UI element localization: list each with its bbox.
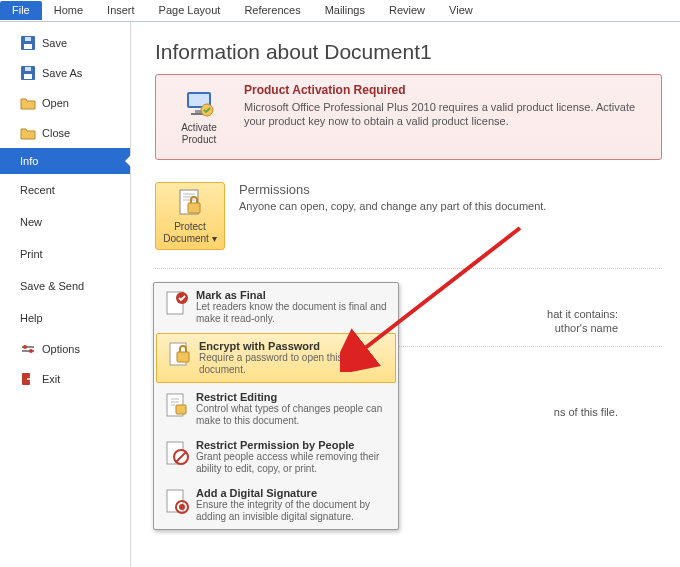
svg-point-8 [23,345,27,349]
activate-product-label: Activate Product [169,122,229,146]
chevron-down-icon: ▾ [209,233,217,244]
svg-rect-23 [176,405,186,414]
dropdown-title: Encrypt with Password [199,340,387,352]
dropdown-title: Restrict Editing [196,391,390,403]
svg-rect-5 [25,67,31,71]
menu-help[interactable]: Help [0,302,130,334]
exit-icon [20,371,36,387]
dropdown-encrypt-with-password[interactable]: Encrypt with PasswordRequire a password … [156,333,396,383]
activate-product-button[interactable]: Activate Product [164,83,234,151]
dropdown-desc: Ensure the integrity of the document by … [196,499,390,523]
activation-heading: Product Activation Required [244,83,653,97]
menu-exit[interactable]: Exit [0,364,130,394]
permissions-body: Anyone can open, copy, and change any pa… [239,199,662,213]
tab-mailings[interactable]: Mailings [313,1,377,20]
folder-close-icon [20,125,36,141]
lock-document-icon [174,187,206,219]
tab-view[interactable]: View [437,1,485,20]
menu-close-label: Close [42,127,70,139]
protect-document-label: Protect Document ▾ [160,221,220,245]
dropdown-desc: Let readers know the document is final a… [196,301,390,325]
tab-insert[interactable]: Insert [95,1,147,20]
monitor-icon [183,88,215,120]
menu-open[interactable]: Open [0,88,130,118]
dropdown-desc: Grant people access while removing their… [196,451,390,475]
final-icon [162,289,190,317]
dropdown-desc: Require a password to open this document… [199,352,387,376]
dropdown-title: Mark as Final [196,289,390,301]
permissions-heading: Permissions [239,182,662,197]
svg-rect-2 [25,37,31,41]
svg-rect-17 [188,203,200,213]
menu-save-as-label: Save As [42,67,82,79]
dropdown-digital-signature[interactable]: Add a Digital SignatureEnsure the integr… [154,481,398,529]
menu-new[interactable]: New [0,206,130,238]
menu-options[interactable]: Options [0,334,130,364]
disk-icon [20,35,36,51]
permissions-section: Protect Document ▾ Permissions Anyone ca… [155,174,662,269]
tab-review[interactable]: Review [377,1,437,20]
tab-home[interactable]: Home [42,1,95,20]
activation-body: Microsoft Office Professional Plus 2010 … [244,100,653,128]
dropdown-restrict-editing[interactable]: Restrict EditingControl what types of ch… [154,385,398,433]
page-title: Information about Document1 [155,40,662,64]
lock-icon [165,340,193,368]
disk-icon [20,65,36,81]
menu-save-label: Save [42,37,67,49]
restrict-icon [162,391,190,419]
svg-rect-4 [24,74,32,79]
svg-rect-21 [177,352,189,362]
menu-save-as[interactable]: Save As [0,58,130,88]
protect-document-dropdown: Mark as FinalLet readers know the docume… [153,282,399,530]
dropdown-restrict-permission[interactable]: Restrict Permission by PeopleGrant peopl… [154,433,398,481]
menu-exit-label: Exit [42,373,60,385]
tab-references[interactable]: References [232,1,312,20]
svg-rect-1 [24,44,32,49]
signature-icon [162,487,190,515]
protect-document-button[interactable]: Protect Document ▾ [155,182,225,250]
menu-info-label: Info [20,155,38,167]
menu-print[interactable]: Print [0,238,130,270]
dropdown-title: Add a Digital Signature [196,487,390,499]
menu-recent[interactable]: Recent [0,174,130,206]
menu-options-label: Options [42,343,80,355]
tab-file[interactable]: File [0,1,42,20]
dropdown-title: Restrict Permission by People [196,439,390,451]
menu-open-label: Open [42,97,69,109]
svg-point-9 [29,349,33,353]
activation-panel: Activate Product Product Activation Requ… [155,74,662,160]
tab-page-layout[interactable]: Page Layout [147,1,233,20]
dropdown-mark-as-final[interactable]: Mark as FinalLet readers know the docume… [154,283,398,331]
ribbon-tabs: File Home Insert Page Layout References … [0,0,680,22]
file-menu: Save Save As Open Close Info Recent New … [0,22,131,567]
menu-save-send[interactable]: Save & Send [0,270,130,302]
dropdown-desc: Control what types of changes people can… [196,403,390,427]
menu-info[interactable]: Info [0,148,130,174]
people-block-icon [162,439,190,467]
menu-close[interactable]: Close [0,118,130,148]
menu-save[interactable]: Save [0,28,130,58]
folder-open-icon [20,95,36,111]
options-icon [20,341,36,357]
